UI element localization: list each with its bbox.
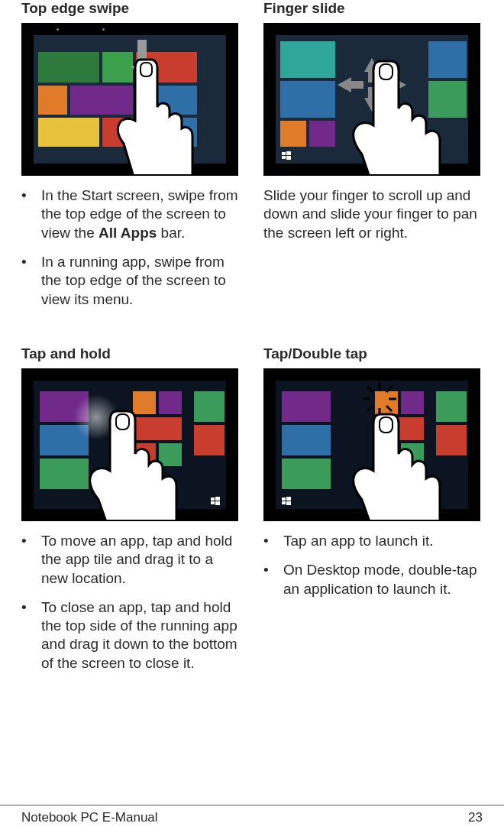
svg-rect-22 [286,497,291,501]
bullet-item: •Tap an app to launch it. [263,532,483,550]
bullets-top-edge-swipe: • In the Start screen, swipe from the to… [21,186,241,309]
svg-rect-2 [141,63,152,76]
illustration-finger-slide [263,23,480,176]
hand-icon [93,52,200,176]
heading-tap-double-tap: Tap/Double tap [263,345,483,362]
bullets-tap-double-tap: •Tap an app to launch it. •On Desktop mo… [263,532,483,598]
svg-rect-15 [380,64,393,79]
bullet-item: •To move an app, tap and hold the app ti… [21,532,241,588]
svg-rect-20 [116,414,129,429]
svg-rect-3 [282,152,286,155]
hand-icon [331,397,438,521]
hand-icon [327,52,434,176]
page-number: 23 [468,810,483,825]
page-footer: Notebook PC E-Manual 23 [0,805,504,825]
heading-top-edge-swipe: Top edge swipe [21,0,241,17]
bullet-item: •To close an app, tap and hold the top s… [21,598,241,673]
svg-rect-4 [286,151,291,155]
bullet-item: •On Desktop mode, double-tap an applicat… [263,561,483,598]
windows-icon [211,497,220,506]
hand-icon [68,397,175,521]
bullets-tap-and-hold: •To move an app, tap and hold the app ti… [21,532,241,673]
svg-rect-23 [282,501,286,504]
svg-rect-6 [286,156,291,160]
text-finger-slide: Slide your finger to scroll up and down … [263,186,483,242]
windows-icon [282,497,291,506]
bullet-item: • In a running app, swipe from the top e… [21,253,241,309]
svg-rect-5 [282,156,286,159]
illustration-tap-and-hold [21,368,238,521]
svg-rect-17 [215,497,220,501]
bullet-item: • In the Start screen, swipe from the to… [21,186,241,242]
svg-line-31 [386,387,392,392]
footer-title: Notebook PC E-Manual [21,810,158,825]
svg-rect-16 [211,498,215,501]
illustration-top-edge-swipe [21,23,238,176]
svg-rect-21 [282,498,286,501]
heading-tap-and-hold: Tap and hold [21,345,241,362]
svg-rect-19 [215,501,220,505]
svg-line-29 [367,387,373,392]
windows-icon [282,151,291,160]
illustration-tap-double-tap [263,368,480,521]
heading-finger-slide: Finger slide [263,0,483,17]
svg-rect-18 [211,501,215,504]
svg-rect-24 [286,501,291,505]
svg-rect-33 [380,417,393,433]
